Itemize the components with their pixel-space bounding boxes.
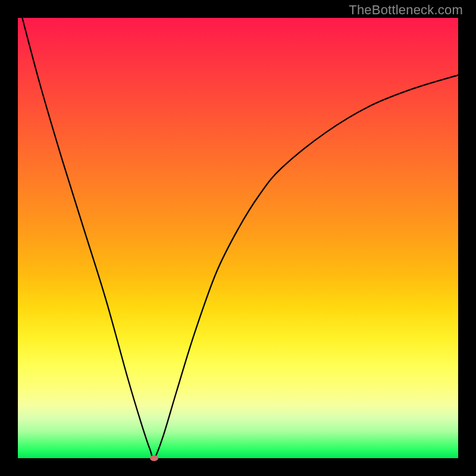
bottleneck-curve — [22, 18, 458, 458]
chart-frame: TheBottleneck.com — [0, 0, 476, 476]
curve-layer — [18, 18, 458, 458]
minimum-marker — [150, 455, 158, 461]
plot-area — [18, 18, 458, 458]
watermark-text: TheBottleneck.com — [349, 2, 463, 18]
